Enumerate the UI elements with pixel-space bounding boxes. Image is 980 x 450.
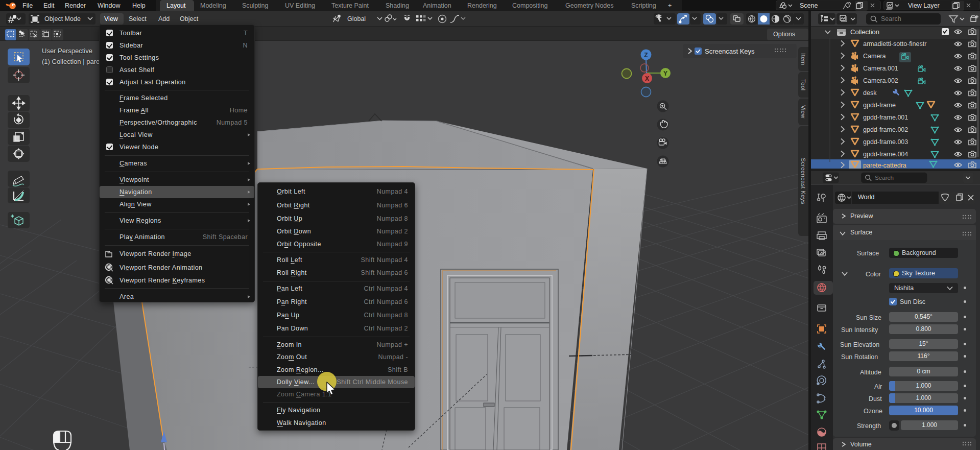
svg-text:Y: Y: [663, 70, 667, 77]
svg-text:Z: Z: [644, 52, 648, 59]
svg-text:parete-cattedra: parete-cattedra: [863, 162, 906, 169]
svg-text:Search: Search: [875, 174, 894, 181]
svg-text:gpdd-frame.004: gpdd-frame.004: [863, 151, 908, 158]
svg-text:gpdd-frame: gpdd-frame: [863, 102, 896, 109]
svg-text:Camera: Camera: [863, 53, 886, 60]
svg-text:desk: desk: [863, 89, 877, 97]
svg-text:gpdd-frame.003: gpdd-frame.003: [863, 138, 908, 146]
svg-text:Search: Search: [881, 15, 901, 22]
svg-text:Camera.002: Camera.002: [863, 77, 898, 84]
svg-text:gpdd-frame.002: gpdd-frame.002: [863, 126, 908, 133]
svg-text:X: X: [645, 75, 649, 82]
svg-text:gpdd-frame.001: gpdd-frame.001: [863, 114, 908, 121]
svg-text:Collection: Collection: [850, 28, 879, 36]
svg-text:armadietti-sotto-finestr: armadietti-sotto-finestr: [863, 40, 926, 48]
svg-text:Camera.001: Camera.001: [863, 65, 898, 72]
